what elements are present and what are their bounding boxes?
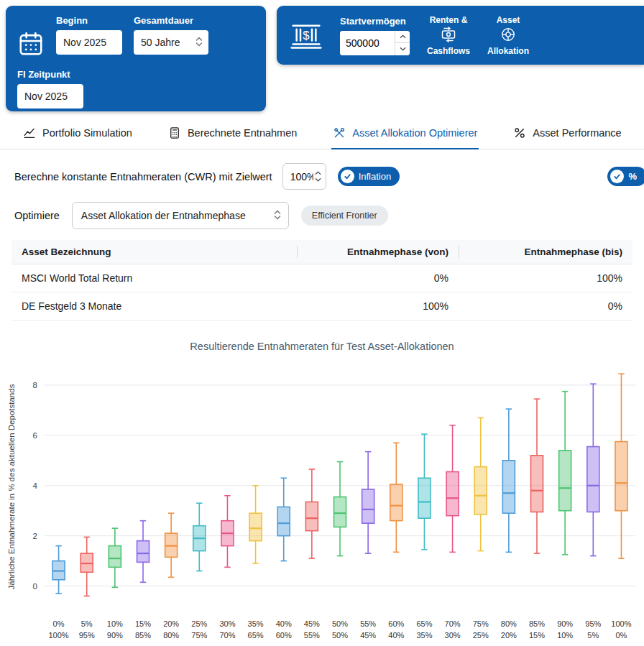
svg-text:85%: 85%	[529, 619, 545, 628]
cwr-target-input-group	[282, 163, 326, 190]
von-cell[interactable]: 0%	[297, 264, 459, 292]
svg-text:2: 2	[33, 532, 37, 540]
svg-text:90%: 90%	[557, 619, 573, 628]
asset-allokation-button[interactable]: Asset Allokation	[487, 15, 529, 56]
svg-text:85%: 85%	[135, 631, 151, 640]
svg-text:95%: 95%	[79, 631, 95, 640]
renten-cashflows-button[interactable]: Renten & Cashflows	[427, 15, 470, 56]
fi-zeitpunkt-input[interactable]	[17, 84, 83, 109]
calendar-icon	[17, 30, 45, 60]
cwr-label: Berechne konstante Entnahmeraten (CWR) m…	[14, 171, 272, 183]
chart-line-icon	[23, 126, 36, 139]
svg-text:Jährliche Entnahmerate in % de: Jährliche Entnahmerate in % des aktuelle…	[7, 384, 16, 589]
optimiere-label: Optimiere	[14, 210, 60, 221]
tab-label: Asset Allokation Optimierer	[352, 127, 477, 139]
svg-text:0%: 0%	[615, 631, 627, 640]
fi-zeitpunkt-label: FI Zeitpunkt	[17, 69, 254, 80]
inflation-label: Inflation	[359, 171, 392, 182]
svg-text:100%: 100%	[611, 619, 631, 628]
svg-text:10%: 10%	[107, 619, 123, 628]
tab-label: Asset Performance	[533, 127, 621, 139]
svg-text:45%: 45%	[360, 631, 376, 640]
tab-portfolio-simulation[interactable]: Portfolio Simulation	[22, 119, 134, 149]
cwr-target-input[interactable]	[283, 171, 313, 183]
svg-text:100%: 100%	[49, 631, 69, 640]
portfolio-settings-panel: $ Startvermögen Renten &	[277, 6, 644, 65]
top-settings-area: Beginn Gesamtdauer 50 Jahre FI Zeitpunkt	[0, 0, 644, 111]
svg-text:6: 6	[33, 431, 37, 440]
beginn-field: Beginn	[56, 15, 122, 60]
svg-text:25%: 25%	[473, 631, 489, 640]
spinner-up-button[interactable]	[395, 31, 410, 43]
main-tabbar: Portfolio Simulation Berechnete Entnahme…	[0, 119, 644, 149]
svg-text:0: 0	[33, 582, 37, 591]
svg-text:30%: 30%	[219, 619, 235, 628]
svg-text:20%: 20%	[163, 619, 179, 628]
svg-text:25%: 25%	[191, 619, 207, 628]
svg-text:50%: 50%	[332, 631, 348, 640]
col-entnahmephase-bis: Entnahmephase (bis)	[459, 240, 632, 264]
svg-text:0%: 0%	[53, 619, 65, 628]
svg-text:80%: 80%	[501, 619, 517, 628]
percent-icon	[513, 126, 526, 139]
col-asset-bezeichnung: Asset Bezeichnung	[12, 240, 297, 264]
svg-text:95%: 95%	[585, 619, 601, 628]
tab-label: Berechnete Entnahmen	[188, 127, 297, 139]
svg-text:45%: 45%	[304, 619, 320, 628]
svg-text:35%: 35%	[416, 631, 432, 640]
tab-label: Portfolio Simulation	[42, 127, 132, 139]
svg-text:60%: 60%	[276, 631, 292, 640]
svg-text:5%: 5%	[81, 619, 93, 628]
table-row: DE Festgeld 3 Monate 100% 0%	[12, 292, 632, 320]
svg-text:15%: 15%	[529, 631, 545, 640]
table-header-row: Asset Bezeichnung Entnahmephase (von) En…	[12, 240, 632, 264]
svg-text:90%: 90%	[107, 631, 123, 640]
boxplot-chart-section: Resultierende Entnahmeraten für Test Ass…	[0, 341, 644, 646]
percent-toggle[interactable]: %	[607, 167, 644, 186]
svg-text:55%: 55%	[304, 631, 320, 640]
chevron-updown-icon	[274, 209, 281, 223]
asset-name-cell: DE Festgeld 3 Monate	[12, 292, 297, 320]
svg-text:65%: 65%	[416, 619, 432, 628]
gesamtdauer-select[interactable]: 50 Jahre	[134, 30, 208, 55]
gesamtdauer-label: Gesamtdauer	[134, 15, 208, 26]
chevron-updown-icon	[196, 36, 203, 50]
bis-cell[interactable]: 0%	[459, 292, 632, 320]
tab-asset-performance[interactable]: Asset Performance	[512, 119, 622, 149]
table-row: MSCI World Total Return 0% 100%	[12, 264, 632, 292]
svg-text:$: $	[303, 29, 309, 42]
svg-text:5%: 5%	[587, 631, 599, 640]
renten-cashflows-label-top: Renten &	[430, 15, 468, 25]
startvermoegen-input[interactable]	[340, 31, 395, 55]
svg-text:75%: 75%	[473, 619, 489, 628]
von-cell[interactable]: 100%	[297, 292, 459, 320]
svg-text:80%: 80%	[163, 631, 179, 640]
allocation-wheel-icon	[500, 27, 516, 45]
cwr-spinner[interactable]	[313, 171, 326, 182]
inflation-toggle[interactable]: Inflation	[338, 167, 400, 186]
tab-berechnete-entnahmen[interactable]: Berechnete Entnahmen	[167, 119, 298, 149]
bis-cell[interactable]: 100%	[459, 264, 632, 292]
efficient-frontier-button[interactable]: Efficient Frontier	[301, 206, 388, 226]
beginn-input[interactable]	[56, 30, 122, 55]
boxplot-chart: 024680%100%5%95%10%90%15%85%20%80%25%75%…	[0, 355, 644, 646]
svg-text:40%: 40%	[276, 619, 292, 628]
optimize-select[interactable]: Asset Allokation der Entnahmephase	[72, 202, 289, 229]
asset-allokation-label-bottom: Allokation	[487, 46, 529, 56]
bank-icon: $	[290, 21, 323, 52]
tools-icon	[333, 126, 346, 139]
optimize-select-value: Asset Allokation der Entnahmephase	[81, 210, 246, 221]
allocation-table: Asset Bezeichnung Entnahmephase (von) En…	[12, 240, 632, 320]
svg-text:35%: 35%	[248, 619, 264, 628]
optimize-controls-row: Optimiere Asset Allokation der Entnahmep…	[14, 202, 644, 229]
col-entnahmephase-von: Entnahmephase (von)	[297, 240, 459, 264]
tab-asset-allokation-optimierer[interactable]: Asset Allokation Optimierer	[331, 119, 479, 149]
gesamtdauer-field: Gesamtdauer 50 Jahre	[134, 15, 208, 60]
cwr-controls-row: Berechne konstante Entnahmeraten (CWR) m…	[14, 163, 644, 190]
fi-zeitpunkt-field: FI Zeitpunkt	[17, 69, 254, 109]
svg-text:20%: 20%	[501, 631, 517, 640]
time-settings-panel: Beginn Gesamtdauer 50 Jahre FI Zeitpunkt	[6, 6, 266, 111]
spinner-down-button[interactable]	[395, 42, 410, 55]
check-icon	[341, 170, 354, 183]
svg-text:70%: 70%	[219, 631, 235, 640]
